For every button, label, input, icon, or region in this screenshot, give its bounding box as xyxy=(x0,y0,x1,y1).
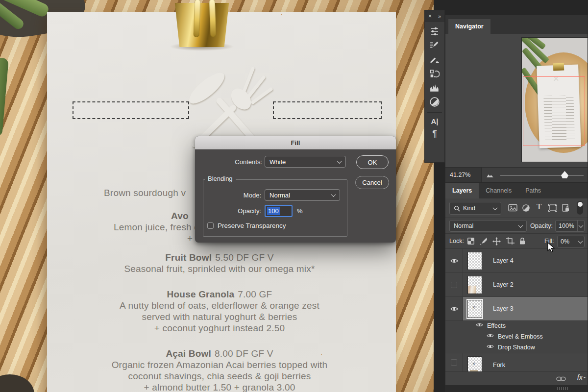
layer-row-layer3-selected[interactable]: × Layer 3 xyxy=(445,297,588,321)
effects-label: Effects xyxy=(487,322,506,329)
zoom-slider-thumb[interactable] xyxy=(561,171,568,178)
tab-channels[interactable]: Channels xyxy=(479,183,518,198)
fill-dialog: Fill Contents: White OK Cancel Blending … xyxy=(195,136,396,243)
opacity-unit: % xyxy=(297,207,307,215)
layer-row-fork[interactable]: × Fork xyxy=(445,353,588,371)
layer-filter-row: Kind T xyxy=(445,198,588,218)
menu-line: + xyxy=(187,233,193,244)
layer-thumbnail[interactable]: × xyxy=(468,300,482,318)
chevron-down-icon xyxy=(493,205,498,210)
eye-icon[interactable] xyxy=(487,333,494,338)
cancel-button[interactable]: Cancel xyxy=(355,176,389,189)
menu-line: Lemon juice, fresh c xyxy=(114,222,199,233)
filter-toggle[interactable] xyxy=(577,201,583,215)
binder-clip xyxy=(172,0,232,49)
zoom-slider-track[interactable] xyxy=(500,175,584,176)
opacity-dropdown[interactable]: 100% xyxy=(555,220,585,232)
eye-icon[interactable] xyxy=(476,322,483,327)
menu-line: Avo xyxy=(171,211,189,221)
effect-row-drop-shadow[interactable]: Drop Shadow xyxy=(445,343,588,353)
selection-marquee-left[interactable] xyxy=(73,101,189,119)
layers-panel: Layers Channels Paths Kind T xyxy=(445,182,588,392)
chevron-down-icon xyxy=(518,223,523,228)
tab-navigator[interactable]: Navigator xyxy=(448,19,490,34)
opacity-label: Opacity: xyxy=(222,207,261,215)
preview-binder-clip xyxy=(553,63,564,71)
panel-resize-strip[interactable] xyxy=(445,385,588,392)
chevron-down-icon xyxy=(337,159,342,164)
preserve-transparency-label: Preserve Transparency xyxy=(218,222,316,229)
filter-smart-objects-icon[interactable] xyxy=(562,204,569,212)
lock-transparent-pixels-icon[interactable] xyxy=(467,237,475,245)
visibility-toggle[interactable] xyxy=(445,273,463,296)
adjustments-icon[interactable] xyxy=(429,97,440,107)
dialog-title[interactable]: Fill xyxy=(195,136,396,149)
paragraph-panel-icon[interactable]: ¶ xyxy=(432,129,437,138)
brushes-icon[interactable] xyxy=(430,55,440,65)
mode-dropdown[interactable]: Normal xyxy=(265,189,340,201)
expand-panels-icon[interactable]: » xyxy=(438,13,441,19)
brush-settings-icon[interactable] xyxy=(430,41,440,50)
visibility-toggle[interactable] xyxy=(445,249,463,272)
tab-paths[interactable]: Paths xyxy=(518,183,548,198)
clone-source-icon[interactable] xyxy=(430,69,440,79)
panel-dock: × » xyxy=(424,10,445,163)
fill-dropdown[interactable]: 0% xyxy=(557,236,585,247)
layer-name[interactable]: Layer 2 xyxy=(493,281,514,288)
divider xyxy=(427,112,442,113)
lock-row: Lock: Fill: 0% xyxy=(445,234,588,249)
contents-label: Contents: xyxy=(210,158,262,166)
layer-style-fx-button[interactable]: fx xyxy=(577,373,583,381)
properties-sliders-icon[interactable] xyxy=(430,26,440,36)
preserve-transparency-checkbox[interactable] xyxy=(207,222,214,229)
close-icon[interactable]: × xyxy=(428,13,432,20)
effect-row-bevel-emboss[interactable]: Bevel & Emboss xyxy=(445,332,588,343)
filter-pixel-layers-icon[interactable] xyxy=(508,204,517,212)
layer-thumbnail[interactable] xyxy=(468,276,482,294)
lock-artboard-icon[interactable] xyxy=(506,237,514,245)
effects-header-row[interactable]: Effects xyxy=(445,321,588,332)
blend-mode-dropdown[interactable]: Normal xyxy=(449,220,527,232)
ok-button[interactable]: OK xyxy=(356,155,389,169)
zoom-out-mountain-icon[interactable] xyxy=(487,173,493,178)
filter-kind-dropdown[interactable]: Kind xyxy=(449,202,501,215)
opacity-input[interactable]: 100 xyxy=(265,205,293,217)
character-panel-icon[interactable]: A| xyxy=(431,118,438,125)
selection-marquee-right[interactable] xyxy=(273,101,382,119)
layer-thumbnail[interactable] xyxy=(468,252,482,270)
menu-item: House Granola7.00 GF A nutty blend of oa… xyxy=(64,289,375,334)
link-layers-icon[interactable] xyxy=(556,376,566,382)
photoshop-window: Brown sourdough v Avo Lemon juice, fresh… xyxy=(0,0,588,392)
menu-body: Fruit Bowl5.50 DF GF V Seasonal fruit, s… xyxy=(64,252,375,392)
lock-all-icon[interactable] xyxy=(519,237,526,245)
eye-icon xyxy=(450,306,458,312)
lock-position-icon[interactable] xyxy=(492,237,501,245)
filter-adjustment-layers-icon[interactable] xyxy=(522,204,530,212)
effect-label: Bevel & Emboss xyxy=(498,333,543,340)
navigator-panel: Navigator ✕ 41.27% xyxy=(445,15,588,182)
eye-icon[interactable] xyxy=(487,344,494,349)
filter-shape-layers-icon[interactable] xyxy=(548,204,557,212)
lock-image-pixels-icon[interactable] xyxy=(480,237,488,245)
search-icon xyxy=(454,205,460,212)
layer-name[interactable]: Layer 3 xyxy=(493,305,514,312)
tab-layers[interactable]: Layers xyxy=(445,183,479,198)
hidden-eye-box xyxy=(451,282,457,288)
mode-label: Mode: xyxy=(222,192,261,199)
layer-thumbnail[interactable]: × xyxy=(468,357,482,371)
layer-name[interactable]: Fork xyxy=(493,362,505,368)
contents-dropdown[interactable]: White xyxy=(265,156,346,168)
navigator-preview[interactable]: ✕ xyxy=(521,37,588,162)
visibility-toggle[interactable] xyxy=(445,353,463,371)
navigator-header: Navigator xyxy=(445,15,588,34)
filter-type-layers-icon[interactable]: T xyxy=(537,202,542,211)
effect-label: Drop Shadow xyxy=(498,344,535,351)
histogram-icon[interactable] xyxy=(430,83,440,92)
visibility-toggle[interactable] xyxy=(445,297,463,320)
navigator-view-box[interactable] xyxy=(523,76,585,146)
navigator-zoom-row: 41.27% xyxy=(445,167,588,183)
layer-row-layer4[interactable]: Layer 4 xyxy=(445,249,588,273)
zoom-percent-field[interactable]: 41.27% xyxy=(445,168,482,183)
layer-row-layer2[interactable]: Layer 2 xyxy=(445,273,588,297)
layer-name[interactable]: Layer 4 xyxy=(493,257,514,264)
